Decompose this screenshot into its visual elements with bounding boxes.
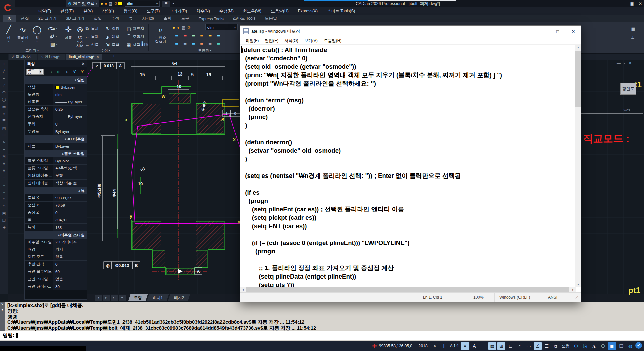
- layer-state-icon[interactable]: ≣: [172, 33, 181, 40]
- property-row[interactable]: ▲ 3D 비주얼: [25, 135, 87, 143]
- property-row[interactable]: 선가중치 ——— ByLayer: [25, 113, 87, 120]
- scroll-right-icon[interactable]: ▸: [570, 287, 576, 292]
- toggle-value-icon[interactable]: ◑: [63, 69, 70, 75]
- ribbon-small-button[interactable]: ∷복제: [85, 33, 105, 41]
- property-row[interactable]: ▲ 일반: [25, 76, 87, 84]
- window-maximize-button[interactable]: ▣: [630, 1, 634, 6]
- left-toolbar-icon[interactable]: ✛: [1, 61, 7, 67]
- ribbon-overflow-icon[interactable]: ≣: [631, 26, 635, 32]
- annotation-visibility-icon[interactable]: ●: [461, 342, 469, 350]
- scrollbar-thumb[interactable]: [575, 51, 581, 107]
- menu-item[interactable]: Express(X): [294, 7, 322, 15]
- left-toolbar-icon[interactable]: ⌖: [1, 146, 7, 152]
- left-toolbar-icon[interactable]: ▭: [1, 104, 7, 110]
- left-toolbar-icon[interactable]: ▤: [1, 125, 7, 131]
- left-toolbar-icon[interactable]: ↕: [1, 175, 7, 181]
- left-toolbar-icon[interactable]: ⌁: [1, 75, 7, 81]
- ribbon-tab[interactable]: 출력: [159, 15, 176, 22]
- ribbon-button[interactable]: ∿ 폴리선 ▾: [16, 23, 30, 48]
- add-selection-icon[interactable]: ⊕: [56, 69, 62, 75]
- drawing-minimize-button[interactable]: —: [617, 61, 621, 65]
- property-row[interactable]: 인쇄 테이블 ... 색상 의존 플...: [25, 180, 87, 187]
- vertical-scrollbar[interactable]: ▲ ▼: [575, 45, 581, 287]
- user-icon[interactable]: ⚇: [599, 342, 607, 350]
- property-row[interactable]: 배경 켜기: [25, 246, 87, 253]
- draw-panel-caption[interactable]: 그리기 ▾: [25, 48, 39, 53]
- property-row[interactable]: 표면 하이라... 30: [25, 283, 87, 290]
- ribbon-button[interactable]: ◯ 원 ▾: [30, 23, 44, 48]
- ribbon-small-button[interactable]: →신축: [85, 41, 105, 49]
- polar-tracking-icon[interactable]: ◔: [515, 342, 524, 350]
- left-toolbar-icon[interactable]: A: [1, 161, 7, 167]
- layer-state-icon[interactable]: ≣: [198, 33, 206, 40]
- ribbon-button[interactable]: ✜ 이동: [63, 23, 74, 48]
- menu-item[interactable]: 윈도우(W): [239, 7, 266, 15]
- ribbon-small-button[interactable]: ⇲축척: [105, 41, 126, 49]
- menu-item[interactable]: 뷰(V): [79, 7, 97, 15]
- ribbon-small-button[interactable]: ◫자르기: [126, 24, 150, 33]
- menu-item[interactable]: 편집(E): [56, 7, 78, 15]
- window-close-button[interactable]: ✕: [639, 1, 642, 6]
- property-row[interactable]: 중심 X 99339,27: [25, 194, 87, 202]
- left-toolbar-icon[interactable]: ⟋: [1, 83, 7, 89]
- drawing-close-button[interactable]: ✕: [629, 61, 632, 65]
- ribbon-tab[interactable]: 스마트 Tools: [228, 15, 260, 22]
- code-editor[interactable]: (defun c:ati() : All Trim Inside (setvar…: [240, 45, 576, 287]
- layer-state-icon[interactable]: ≣: [172, 40, 181, 47]
- model-space-button[interactable]: 모형: [561, 342, 571, 350]
- layer-freeze-icon[interactable]: ●: [105, 1, 107, 6]
- ribbon-tab[interactable]: 3D 그리기: [61, 15, 89, 22]
- layout-tab[interactable]: 배치2: [168, 294, 190, 301]
- grid-display-icon[interactable]: ▦: [488, 342, 496, 350]
- color-swatch[interactable]: [118, 2, 123, 6]
- menu-item[interactable]: 치수(N): [192, 7, 214, 15]
- auto-annotation-icon[interactable]: A: [470, 342, 478, 350]
- quick-properties-icon[interactable]: ⎘: [581, 342, 589, 350]
- ribbon-tab[interactable]: 편집: [16, 15, 34, 22]
- notepad-title-bar[interactable]: ate.lsp - Windows 메모장 —□✕: [240, 26, 581, 37]
- ribbon-tab[interactable]: 시각화: [137, 15, 159, 22]
- layer-hatch-icon[interactable]: ▨: [109, 1, 113, 6]
- layer-state-icon[interactable]: ≣: [206, 33, 214, 40]
- property-row[interactable]: 플롯 스타일 ByColor: [25, 157, 87, 165]
- ribbon-small-button[interactable]: ◭대칭: [105, 33, 126, 41]
- layer-hatch-icon[interactable]: ▨: [182, 25, 185, 30]
- left-toolbar-icon[interactable]: ◯: [1, 97, 7, 103]
- left-toolbar-icon[interactable]: ⊕: [1, 196, 7, 202]
- ribbon-layer-combo[interactable]: dim ▾: [205, 24, 238, 30]
- scrollbar-thumb[interactable]: [246, 287, 569, 292]
- notepad-close-button[interactable]: ✕: [565, 26, 581, 37]
- layout-tab[interactable]: 모형: [128, 294, 148, 301]
- layer-on-lamp-icon[interactable]: ●: [172, 25, 175, 30]
- menu-item[interactable]: 삽입(I): [98, 7, 118, 15]
- notepad-maximize-button[interactable]: □: [550, 26, 565, 37]
- left-toolbar-icon[interactable]: ⊖: [1, 203, 7, 209]
- grid-dots-icon[interactable]: ∷: [479, 342, 487, 350]
- resize-grip[interactable]: ⋰: [575, 296, 581, 299]
- add-layout-button[interactable]: +: [119, 295, 126, 301]
- left-toolbar-icon[interactable]: A: [1, 168, 7, 174]
- left-toolbar-icon[interactable]: ✚: [1, 224, 7, 231]
- layer-state-icon[interactable]: ≣: [198, 40, 206, 47]
- snap-mode-icon[interactable]: ⊞: [497, 342, 505, 350]
- property-row[interactable]: 폭 394,91: [25, 216, 87, 224]
- left-toolbar-icon[interactable]: ⊞: [1, 132, 7, 138]
- lineweight-icon[interactable]: ☰: [543, 342, 551, 350]
- panel-close-button[interactable]: ✕: [82, 62, 85, 66]
- layer-combo[interactable]: dim ▾: [125, 1, 160, 7]
- hardware-accel-icon[interactable]: ◍: [626, 342, 634, 350]
- notepad-menu-item[interactable]: 도움말(H): [321, 38, 345, 44]
- layer-state-icon[interactable]: ≣: [214, 33, 223, 40]
- ribbon-button[interactable]: ⊛ 3D 포지셔너: [75, 23, 85, 48]
- ribbon-small-button[interactable]: ⌒모깎기: [126, 33, 150, 41]
- notepad-menu-item[interactable]: 파일(F): [243, 38, 262, 44]
- scroll-up-icon[interactable]: ▲: [575, 45, 581, 50]
- last-layout-button[interactable]: ▸|: [111, 295, 118, 301]
- add-document-tab-button[interactable]: +: [111, 54, 117, 59]
- left-toolbar-icon[interactable]: M: [1, 153, 7, 159]
- menu-item[interactable]: 도구(T): [142, 7, 164, 15]
- menu-item[interactable]: 수정(M): [215, 7, 238, 15]
- notepad-minimize-button[interactable]: —: [535, 26, 550, 37]
- properties-panel-header[interactable]: 특성 — ✕: [25, 60, 87, 67]
- property-row[interactable]: 선종류 ——— ByLayer: [25, 98, 87, 106]
